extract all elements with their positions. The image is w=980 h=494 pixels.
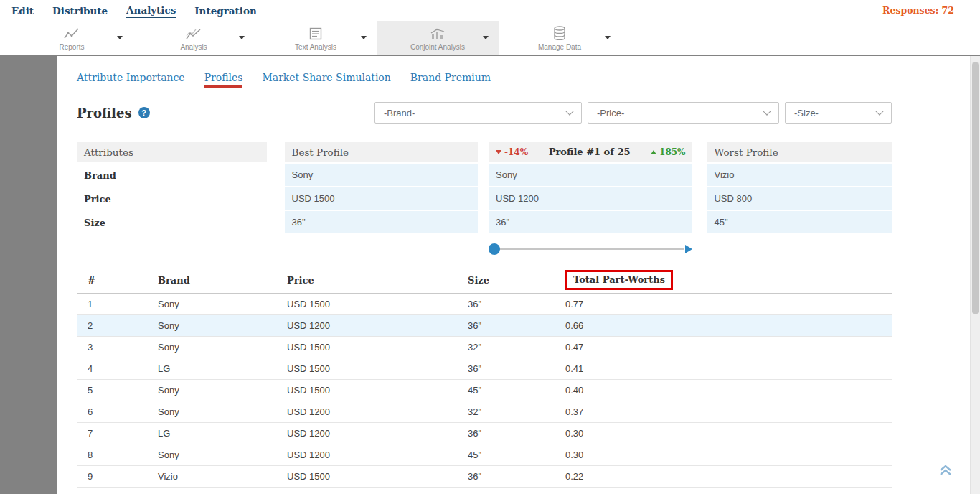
top-menu-bar: Edit Distribute Analytics Integration Re…	[0, 0, 980, 21]
table-row[interactable]: 3SonyUSD 150032"0.47	[77, 337, 892, 358]
toolbar-item-reports[interactable]: Reports	[11, 21, 133, 55]
line-chart-icon	[64, 26, 80, 40]
current-profile-brand: Sony	[489, 164, 692, 186]
scrollbar-thumb[interactable]	[972, 62, 979, 314]
chevron-down-icon[interactable]	[483, 36, 489, 39]
table-row[interactable]: 10SonyUSD 80036"0.14	[77, 488, 892, 494]
slider-handle[interactable]	[489, 243, 500, 255]
table-cell: 0.22	[565, 466, 892, 488]
chevron-down-icon	[875, 107, 883, 115]
trend-chart-icon	[186, 26, 202, 40]
best-profile-column: Best Profile Sony USD 1500 36"	[285, 142, 479, 256]
column-header-price[interactable]: Price	[287, 269, 468, 294]
table-cell: LG	[158, 423, 287, 444]
table-cell: 7	[77, 423, 158, 444]
column-header-size[interactable]: Size	[468, 269, 565, 294]
table-cell: USD 1200	[287, 401, 468, 423]
table-cell: Sony	[158, 444, 287, 466]
profile-slider[interactable]	[489, 243, 692, 256]
attribute-label-price: Price	[77, 187, 267, 211]
worst-profile-brand: Vizio	[707, 164, 892, 186]
attributes-header: Attributes	[77, 142, 267, 162]
column-header-number[interactable]: #	[77, 269, 158, 294]
conjoint-tabs: Attribute Importance Profiles Market Sha…	[77, 56, 892, 90]
scroll-to-top-button[interactable]	[938, 464, 953, 480]
brand-filter-value: -Brand-	[384, 108, 415, 118]
best-profile-size: 36"	[285, 211, 479, 233]
column-header-total-part-worths[interactable]: Total Part-Worths	[565, 269, 892, 294]
table-cell: 45"	[468, 444, 565, 466]
table-cell: USD 1500	[287, 337, 468, 358]
current-profile-size: 36"	[489, 211, 692, 233]
table-cell: 0.30	[565, 444, 892, 466]
current-profile-header: -14% Profile #1 of 25 185%	[489, 142, 692, 162]
table-cell: 6	[77, 401, 158, 423]
chevron-down-icon[interactable]	[239, 36, 245, 39]
table-row[interactable]: 7LGUSD 120036"0.30	[77, 423, 892, 444]
table-row[interactable]: 6SonyUSD 120032"0.37	[77, 401, 892, 423]
table-row[interactable]: 5SonyUSD 150045"0.40	[77, 380, 892, 401]
page-title: Profiles	[77, 106, 132, 121]
table-cell: 8	[77, 444, 158, 466]
table-cell: 32"	[468, 337, 565, 358]
table-row[interactable]: 2SonyUSD 120036"0.66	[77, 315, 892, 337]
bar-line-chart-icon	[430, 26, 446, 40]
slider-next-arrow[interactable]	[685, 245, 692, 253]
main-menu: Edit Distribute Analytics Integration	[11, 3, 257, 18]
table-cell: USD 800	[287, 488, 468, 494]
brand-filter-select[interactable]: -Brand-	[374, 102, 582, 124]
table-cell: 5	[77, 380, 158, 401]
table-cell: Sony	[158, 380, 287, 401]
table-row[interactable]: 8SonyUSD 120045"0.30	[77, 444, 892, 466]
tab-attribute-importance[interactable]: Attribute Importance	[77, 72, 185, 90]
table-cell: USD 1500	[287, 380, 468, 401]
database-icon	[553, 26, 566, 40]
table-cell: 0.47	[565, 337, 892, 358]
vertical-scrollbar[interactable]	[970, 56, 980, 494]
table-header-row: # Brand Price Size Total Part-Worths	[77, 269, 892, 294]
menu-item-analytics[interactable]: Analytics	[126, 3, 176, 18]
help-icon[interactable]: ?	[138, 107, 150, 118]
current-profile-column: -14% Profile #1 of 25 185% Sony USD 1200…	[489, 142, 692, 256]
chevron-down-icon[interactable]	[605, 36, 611, 39]
table-cell: 0.14	[565, 488, 892, 494]
toolbar-item-conjoint-analysis[interactable]: Conjoint Analysis	[377, 21, 499, 55]
table-row[interactable]: 1SonyUSD 150036"0.77	[77, 294, 892, 315]
table-cell: 3	[77, 337, 158, 358]
tab-brand-premium[interactable]: Brand Premium	[410, 72, 491, 90]
size-filter-select[interactable]: -Size-	[785, 102, 892, 124]
menu-item-distribute[interactable]: Distribute	[52, 4, 108, 17]
increase-badge: 185%	[651, 147, 685, 157]
slider-track	[493, 248, 684, 250]
triangle-up-icon	[651, 150, 656, 154]
chevron-down-icon	[565, 107, 573, 115]
table-cell: 36"	[468, 423, 565, 444]
table-cell: 0.66	[565, 315, 892, 337]
table-cell: 0.40	[565, 380, 892, 401]
price-filter-select[interactable]: -Price-	[588, 102, 779, 124]
table-row[interactable]: 9VizioUSD 150036"0.22	[77, 466, 892, 488]
table-cell: 0.30	[565, 423, 892, 444]
table-cell: Sony	[158, 401, 287, 423]
chevron-down-icon	[763, 107, 771, 115]
best-profile-price: USD 1500	[285, 187, 479, 210]
table-cell: 0.77	[565, 294, 892, 315]
tab-market-share-simulation[interactable]: Market Share Simulation	[262, 72, 390, 90]
menu-item-integration[interactable]: Integration	[194, 4, 256, 17]
page-background: Attribute Importance Profiles Market Sha…	[0, 56, 980, 494]
toolbar-item-analysis[interactable]: Analysis	[133, 21, 255, 55]
current-profile-price: USD 1200	[489, 187, 692, 210]
tab-profiles[interactable]: Profiles	[204, 72, 243, 90]
table-cell: USD 1500	[287, 358, 468, 380]
column-header-brand[interactable]: Brand	[158, 269, 287, 294]
worst-profile-price: USD 800	[707, 187, 892, 210]
toolbar-item-manage-data[interactable]: Manage Data	[499, 21, 621, 55]
responses-count[interactable]: Responses: 72	[882, 5, 954, 16]
toolbar-item-text-analysis[interactable]: Text Analysis	[255, 21, 377, 55]
chevron-down-icon[interactable]	[361, 36, 367, 39]
table-cell: 9	[77, 466, 158, 488]
table-row[interactable]: 4LGUSD 150036"0.41	[77, 358, 892, 380]
chevron-down-icon[interactable]	[117, 36, 123, 39]
profiles-table: # Brand Price Size Total Part-Worths 1So…	[77, 269, 892, 494]
menu-item-edit[interactable]: Edit	[11, 4, 34, 17]
